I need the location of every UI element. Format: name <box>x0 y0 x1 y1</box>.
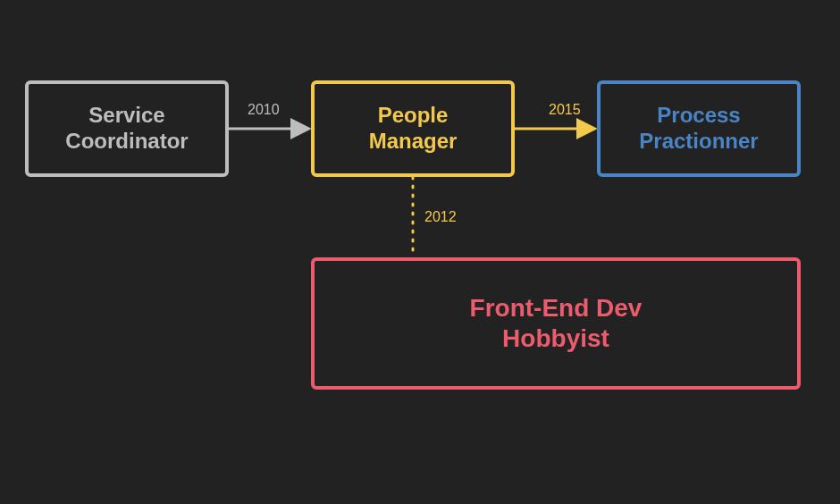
node-people-manager: People Manager <box>311 80 515 177</box>
node-service-coordinator: Service Coordinator <box>25 80 229 177</box>
connectors-layer <box>0 0 840 504</box>
edge-label-2010: 2010 <box>248 102 280 118</box>
edge-label-2012: 2012 <box>424 209 457 225</box>
node-label: People Manager <box>369 103 458 155</box>
node-label: Process Practionner <box>639 103 758 155</box>
node-frontend-dev-hobbyist: Front-End Dev Hobbyist <box>311 257 801 390</box>
node-process-practitioner: Process Practionner <box>597 80 801 177</box>
node-label: Service Coordinator <box>65 103 188 155</box>
node-label: Front-End Dev Hobbyist <box>470 293 643 353</box>
career-diagram: Service Coordinator People Manager Proce… <box>0 0 840 504</box>
edge-label-2015: 2015 <box>549 102 581 118</box>
